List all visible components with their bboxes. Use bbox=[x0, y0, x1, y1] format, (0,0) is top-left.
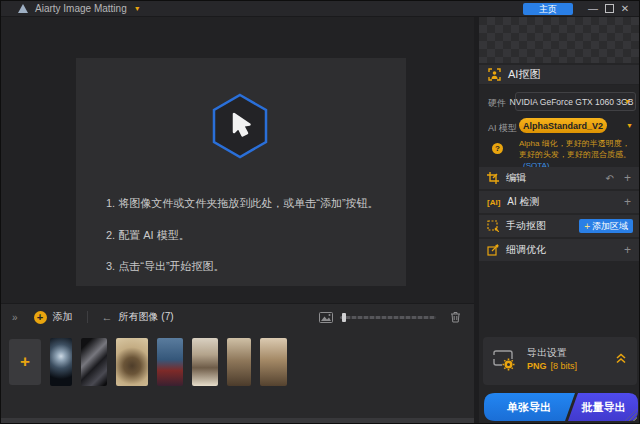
section-edit-label: 编辑 bbox=[506, 171, 526, 185]
ai-matting-section-header[interactable]: AI抠图 bbox=[479, 65, 640, 85]
section-refine[interactable]: 细调优化 + bbox=[479, 239, 640, 261]
back-arrow-icon[interactable]: ← bbox=[102, 311, 113, 323]
plus-circle-icon: + bbox=[34, 311, 47, 324]
sidebar: AI抠图 硬件 NVIDIA GeForce GTX 1060 3GB ▼ AI… bbox=[479, 17, 640, 424]
expand-plus-icon[interactable]: + bbox=[624, 172, 631, 184]
collapse-up-icon[interactable] bbox=[615, 352, 627, 364]
app-logo-icon bbox=[18, 4, 28, 13]
plus-icon: + bbox=[584, 221, 590, 232]
ai-matting-title: AI抠图 bbox=[508, 67, 540, 82]
section-edit[interactable]: 编辑 ↶ + bbox=[479, 167, 640, 189]
thumbnail-woman-floral-1[interactable] bbox=[227, 338, 251, 386]
add-region-label: 添加区域 bbox=[592, 220, 628, 233]
chevron-down-icon[interactable]: ▼ bbox=[134, 5, 141, 12]
thumbnail-jellyfish[interactable] bbox=[50, 338, 72, 386]
section-ai-detect-label: AI 检测 bbox=[507, 195, 539, 209]
hardware-row: 硬件 NVIDIA GeForce GTX 1060 3GB ▼ bbox=[479, 92, 640, 111]
chevron-down-icon: ▼ bbox=[624, 98, 631, 105]
expand-plus-icon[interactable]: + bbox=[624, 244, 631, 256]
thumbnail-size-slider[interactable] bbox=[340, 316, 436, 319]
app-window: Aiarty Image Matting ▼ 主页 — ✕ 1. 将图像文件或文… bbox=[0, 0, 640, 424]
ai-detect-icon: [AI] bbox=[487, 198, 500, 207]
thumbnail-woman-floral-2[interactable] bbox=[260, 338, 287, 386]
export-settings-card[interactable]: 导出设置 PNG[8 bits] bbox=[483, 337, 637, 385]
model-description-row: ? Alpha 细化，更好的半透明度， 更好的头发，更好的混合质感。(SOTA) bbox=[479, 138, 640, 162]
canvas-area: 1. 将图像文件或文件夹拖放到此处，或单击“添加”按钮。 2. 配置 AI 模型… bbox=[1, 17, 474, 303]
drop-zone[interactable]: 1. 将图像文件或文件夹拖放到此处，或单击“添加”按钮。 2. 配置 AI 模型… bbox=[76, 58, 406, 286]
maximize-button[interactable] bbox=[601, 1, 617, 17]
hardware-value: NVIDIA GeForce GTX 1060 3GB bbox=[510, 97, 640, 107]
model-desc-line1: Alpha 细化，更好的半透明度， bbox=[519, 139, 630, 148]
close-button[interactable]: ✕ bbox=[617, 1, 633, 17]
thumbnail-dark-abstract[interactable] bbox=[81, 338, 107, 386]
bottom-toolbar: » + 添加 ← 所有图像 (7) bbox=[1, 304, 474, 330]
instruction-line-3: 3. 点击“导出”开始抠图。 bbox=[106, 259, 225, 274]
thumbnail-woman-bouquet[interactable] bbox=[192, 338, 218, 386]
slider-handle[interactable] bbox=[342, 313, 346, 322]
bottom-panel: » + 添加 ← 所有图像 (7) + bbox=[1, 303, 474, 424]
instruction-line-2: 2. 配置 AI 模型。 bbox=[106, 228, 190, 243]
export-settings-title: 导出设置 bbox=[527, 346, 567, 360]
manual-select-icon bbox=[487, 220, 499, 232]
model-select-pill[interactable]: AlphaStandard_V2 bbox=[519, 118, 607, 133]
hardware-dropdown[interactable]: NVIDIA GeForce GTX 1060 3GB ▼ bbox=[515, 92, 636, 111]
add-images-button[interactable]: + 添加 bbox=[34, 310, 73, 324]
all-images-label[interactable]: 所有图像 (7) bbox=[119, 310, 174, 324]
refine-icon bbox=[487, 244, 499, 256]
expand-plus-icon[interactable]: + bbox=[624, 196, 631, 208]
export-settings-icon bbox=[492, 349, 516, 371]
trash-icon[interactable] bbox=[450, 311, 461, 323]
export-buttons: 单张导出 批量导出 bbox=[483, 393, 639, 421]
section-manual-matting[interactable]: 手动抠图 + 添加区域 bbox=[479, 215, 640, 237]
tool-sections: 编辑 ↶ + [AI] AI 检测 + 手动抠图 + 添 bbox=[479, 167, 640, 263]
collapse-panel-icon[interactable]: » bbox=[12, 312, 18, 323]
titlebar: Aiarty Image Matting ▼ 主页 — ✕ bbox=[1, 1, 639, 17]
ai-matting-icon bbox=[488, 68, 501, 81]
window-bottom-edge bbox=[1, 418, 475, 424]
single-export-button[interactable]: 单张导出 bbox=[483, 393, 575, 421]
thumbnail-strip: + bbox=[9, 335, 287, 389]
section-refine-label: 细调优化 bbox=[506, 243, 546, 257]
separator bbox=[87, 311, 88, 323]
thumbnail-woman-red-dress-forest[interactable] bbox=[157, 338, 183, 386]
undo-icon[interactable]: ↶ bbox=[606, 173, 614, 184]
transparency-preview bbox=[479, 17, 640, 63]
model-desc-line2: 更好的头发，更好的混合质感。 bbox=[519, 150, 631, 159]
minimize-button[interactable]: — bbox=[585, 1, 601, 17]
hexagon-cursor-icon bbox=[210, 92, 270, 160]
add-label: 添加 bbox=[53, 310, 73, 324]
section-manual-matting-label: 手动抠图 bbox=[506, 219, 546, 233]
help-icon[interactable]: ? bbox=[492, 143, 503, 154]
instruction-line-1: 1. 将图像文件或文件夹拖放到此处，或单击“添加”按钮。 bbox=[106, 196, 379, 211]
chevron-down-icon[interactable]: ▼ bbox=[626, 122, 633, 129]
export-bits: [8 bits] bbox=[551, 361, 578, 371]
thumbnail-bicycle-flowers[interactable] bbox=[116, 338, 148, 386]
home-button[interactable]: 主页 bbox=[523, 3, 573, 15]
add-region-button[interactable]: + 添加区域 bbox=[579, 219, 633, 233]
export-format: PNG[8 bits] bbox=[527, 361, 577, 371]
batch-export-button[interactable]: 批量导出 bbox=[568, 393, 639, 421]
model-row: AI 模型 AlphaStandard_V2 ▼ bbox=[479, 118, 640, 134]
edit-crop-icon bbox=[487, 172, 499, 184]
section-ai-detect[interactable]: [AI] AI 检测 + bbox=[479, 191, 640, 213]
hardware-label: 硬件 bbox=[488, 97, 506, 110]
picture-icon bbox=[319, 312, 333, 323]
app-title: Aiarty Image Matting bbox=[35, 3, 127, 14]
add-thumbnail-tile[interactable]: + bbox=[9, 339, 41, 385]
model-label: AI 模型 bbox=[488, 122, 517, 135]
